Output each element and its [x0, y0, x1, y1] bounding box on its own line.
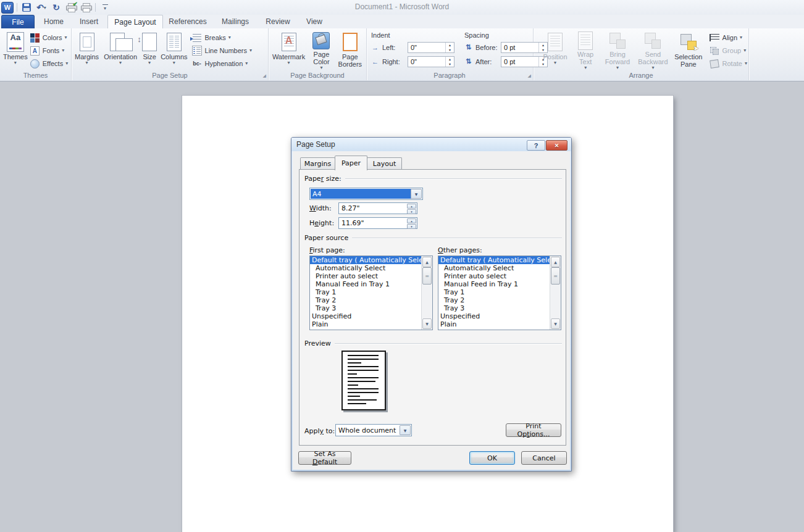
page-borders-button[interactable]: Page Borders [335, 30, 365, 70]
list-item[interactable]: Unspecified [438, 312, 561, 320]
indent-right-label: Right: [382, 58, 406, 65]
dialog-tab-margins[interactable]: Margins [300, 157, 335, 170]
page-setup-dialog-launcher[interactable]: ◢ [263, 73, 266, 78]
hyphenation-button[interactable]: bc-Hyphenation▾ [192, 59, 253, 69]
list-item[interactable]: Tray 2 [310, 296, 432, 304]
indent-left-input[interactable]: 0" ▴▾ [408, 42, 454, 53]
apply-to-value: Whole document [337, 425, 400, 435]
paper-size-dropdown-icon[interactable]: ▼ [411, 189, 422, 199]
group-themes: Aa Themes ▾ Colors▾ AFonts▾ Effects▾ The… [0, 28, 72, 80]
other-pages-list[interactable]: Default tray ( Automatically Select) Aut… [438, 256, 561, 330]
theme-effects-button[interactable]: Effects▾ [30, 59, 68, 69]
other-pages-scrollbar[interactable]: ▲ ≡ ▼ [550, 256, 561, 330]
watermark-button[interactable]: A Watermark▾ [270, 30, 308, 70]
height-spinner[interactable]: ▴▾ [407, 218, 416, 228]
close-icon: ✕ [555, 143, 559, 149]
indent-left-spinner[interactable]: ▴▾ [445, 43, 454, 52]
page-borders-icon [343, 33, 358, 51]
paper-size-select[interactable]: A4 ▼ [309, 188, 423, 200]
tab-view[interactable]: View [299, 15, 330, 28]
window-title: Document1 - Microsoft Word [0, 2, 804, 11]
list-item[interactable]: Plain [310, 320, 432, 328]
size-button[interactable]: ↕ Size▾ [140, 30, 159, 70]
list-item[interactable]: Plain [438, 320, 561, 328]
width-spinner[interactable]: ▴▾ [407, 204, 416, 213]
list-item[interactable]: Default tray ( Automatically Select) [438, 256, 561, 264]
ok-button[interactable]: OK [469, 451, 515, 465]
list-item[interactable]: Unspecified [310, 312, 432, 320]
group-paragraph: Indent → Left: 0" ▴▾ ← Right: 0" ▴▾ Spac… [366, 28, 534, 80]
indent-right-input[interactable]: 0" ▴▾ [408, 56, 454, 67]
height-input[interactable]: 11.69" ▴▾ [338, 217, 417, 229]
line-numbers-button[interactable]: Line Numbers▾ [192, 46, 253, 56]
dialog-tab-layout[interactable]: Layout [367, 157, 402, 170]
group-label-paragraph: Paragraph [366, 72, 533, 79]
page-setup-dialog: Page Setup ? ✕ Margins Paper Layout Pape… [291, 137, 572, 472]
first-page-list[interactable]: Default tray ( Automatically Select) Aut… [309, 256, 433, 330]
list-item[interactable]: Automatically Select [310, 264, 432, 272]
width-input[interactable]: 8.27" ▴▾ [338, 202, 417, 214]
paper-size-groupbox: Paper size: [304, 175, 562, 183]
themes-icon: Aa [7, 32, 24, 52]
send-backward-button: Send Backward▾ [635, 30, 671, 70]
scroll-down-icon[interactable]: ▼ [551, 318, 560, 329]
orientation-button[interactable]: Orientation▾ [101, 30, 140, 70]
spacing-after-icon: ⇅ [463, 57, 474, 67]
theme-colors-button[interactable]: Colors▾ [30, 33, 68, 43]
chevron-down-icon: ▾ [14, 60, 17, 65]
list-item[interactable]: Default tray ( Automatically Select) [310, 256, 432, 264]
tab-mailings[interactable]: Mailings [214, 15, 257, 28]
margins-button[interactable]: Margins▾ [73, 30, 101, 70]
theme-fonts-button[interactable]: AFonts▾ [30, 46, 68, 56]
position-button: Position▾ [540, 30, 571, 70]
paragraph-dialog-launcher[interactable]: ◢ [528, 73, 531, 78]
themes-button[interactable]: Aa Themes ▾ [1, 30, 30, 70]
list-item[interactable]: Tray 3 [310, 304, 432, 312]
list-item[interactable]: Manual Feed in Tray 1 [438, 280, 561, 288]
list-item[interactable]: Manual Feed in Tray 1 [310, 280, 432, 288]
tab-references[interactable]: References [164, 15, 211, 28]
apply-to-select[interactable]: Whole document ▼ [335, 424, 412, 436]
tab-home[interactable]: Home [36, 15, 72, 28]
list-item[interactable]: Printer auto select [438, 272, 561, 280]
page-color-button[interactable]: Page Color▾ [308, 30, 335, 70]
window-titlebar: W ↶▾ ↻ ✔ ▾ Document1 - Microsoft Word [0, 0, 804, 15]
scroll-down-icon[interactable]: ▼ [422, 318, 432, 329]
list-item[interactable]: Tray 2 [438, 296, 561, 304]
selection-pane-button[interactable]: ➤ Selection Pane [671, 30, 706, 70]
indent-title: Indent [371, 31, 454, 39]
paper-size-value: A4 [311, 189, 411, 199]
breaks-button[interactable]: Breaks▾ [192, 33, 253, 43]
indent-right-spinner[interactable]: ▴▾ [445, 57, 454, 67]
group-button: Group▾ [710, 46, 747, 56]
list-item[interactable]: Tray 3 [438, 304, 561, 312]
colors-icon [30, 33, 40, 43]
tab-file[interactable]: File [1, 15, 35, 29]
fonts-icon: A [30, 46, 40, 56]
tab-page-layout[interactable]: Page Layout [107, 15, 163, 30]
dialog-tab-paper[interactable]: Paper [335, 156, 367, 170]
ribbon: Aa Themes ▾ Colors▾ AFonts▾ Effects▾ The… [0, 28, 804, 81]
dialog-titlebar[interactable]: Page Setup ? ✕ [291, 138, 571, 151]
width-label: Width: [309, 204, 332, 212]
list-item[interactable]: Tray 1 [438, 288, 561, 296]
set-as-default-button[interactable]: Set As Default [298, 451, 351, 465]
apply-to-dropdown-icon[interactable]: ▼ [400, 425, 411, 435]
scrollbar-thumb[interactable]: ≡ [551, 267, 560, 285]
columns-button[interactable]: Columns▾ [159, 30, 189, 70]
list-item[interactable]: Tray 1 [310, 288, 432, 296]
list-item[interactable]: Printer auto select [310, 272, 432, 280]
scrollbar-thumb[interactable]: ≡ [422, 267, 432, 285]
align-button[interactable]: Align▾ [710, 33, 747, 43]
print-options-button[interactable]: Print Options... [506, 423, 561, 437]
list-item[interactable]: Automatically Select [438, 264, 561, 272]
dialog-close-button[interactable]: ✕ [546, 140, 567, 151]
first-page-label: First page: [309, 246, 345, 254]
tab-insert[interactable]: Insert [72, 15, 106, 28]
first-page-scrollbar[interactable]: ▲ ≡ ▼ [421, 256, 432, 330]
scroll-up-icon[interactable]: ▲ [551, 257, 560, 267]
tab-review[interactable]: Review [259, 15, 296, 28]
cancel-button[interactable]: Cancel [521, 451, 567, 465]
scroll-up-icon[interactable]: ▲ [422, 257, 432, 267]
dialog-help-button[interactable]: ? [527, 140, 545, 151]
